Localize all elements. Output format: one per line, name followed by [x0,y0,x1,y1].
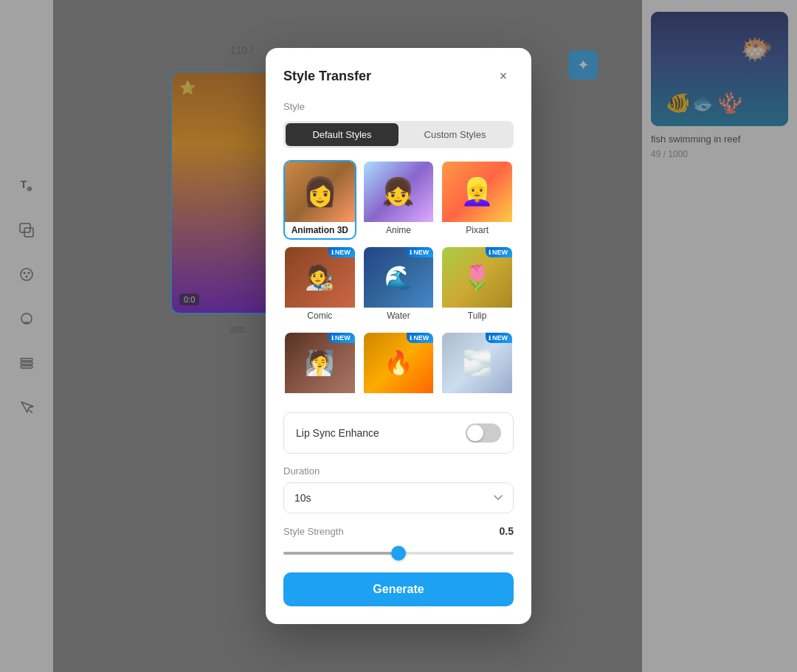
style-item-8[interactable]: 🔥 ℹ NEW [362,331,435,401]
style-section-label: Style [283,101,514,112]
style-item-anime[interactable]: 👧 Anime [362,160,435,240]
style-label-9 [442,393,512,399]
style-thumb-anime: 👧 [364,162,434,222]
lip-sync-toggle[interactable] [466,423,501,443]
style-label-pixart: Pixart [442,222,512,238]
new-badge-water: ℹ NEW [407,247,433,257]
style-label-water: Water [364,308,434,324]
style-label-comic: Comic [285,308,355,324]
duration-select[interactable]: 5s 10s 15s 20s [283,482,514,513]
style-thumb-8: 🔥 ℹ NEW [364,333,434,393]
style-label-8 [364,393,434,399]
modal-backdrop: Style Transfer × Style Default Styles Cu… [0,0,797,672]
tab-default-styles[interactable]: Default Styles [286,123,398,146]
lip-sync-label: Lip Sync Enhance [296,427,379,439]
duration-label: Duration [283,465,514,477]
style-thumb-tulip: 🌷 ℹ NEW [442,247,512,308]
style-label-7 [285,393,355,399]
style-label-tulip: Tulip [442,308,512,324]
style-strength-slider[interactable] [283,552,514,555]
style-item-water[interactable]: 🌊 ℹ NEW Water [362,246,435,325]
style-strength-value: 0.5 [500,525,514,537]
style-thumb-water: 🌊 ℹ NEW [364,247,434,308]
style-item-9[interactable]: 🌫️ ℹ NEW [441,331,514,401]
style-label-anime: Anime [364,222,434,238]
new-badge-tulip: ℹ NEW [486,247,512,257]
style-item-7[interactable]: 🧖 ℹ NEW [283,331,356,401]
new-badge-9: ℹ NEW [486,333,512,343]
style-thumb-comic: 🧑‍🎨 ℹ NEW [285,247,355,308]
new-badge-8: ℹ NEW [407,333,433,343]
style-strength-header: Style Strength 0.5 [283,525,514,537]
slider-container [283,544,514,558]
style-thumb-animation3d: 👩 [285,162,355,222]
generate-button[interactable]: Generate [283,572,514,606]
style-thumb-9: 🌫️ ℹ NEW [442,333,512,393]
style-grid: 👩 Animation 3D 👧 Anime 👱‍♀️ Pixart [283,160,514,401]
lip-sync-row: Lip Sync Enhance [283,412,514,454]
modal-header: Style Transfer × [283,66,514,86]
style-label-animation3d: Animation 3D [285,222,355,238]
style-tabs: Default Styles Custom Styles [283,121,514,148]
style-strength-label: Style Strength [283,526,344,537]
style-thumb-7: 🧖 ℹ NEW [285,333,355,393]
new-badge-7: ℹ NEW [328,333,355,343]
new-badge-comic: ℹ NEW [328,247,355,257]
style-item-tulip[interactable]: 🌷 ℹ NEW Tulip [441,246,514,325]
tab-custom-styles[interactable]: Custom Styles [398,123,511,146]
modal-title: Style Transfer [283,69,371,84]
style-transfer-modal: Style Transfer × Style Default Styles Cu… [266,48,531,624]
style-thumb-pixart: 👱‍♀️ [442,162,512,222]
modal-close-button[interactable]: × [493,66,514,86]
style-item-comic[interactable]: 🧑‍🎨 ℹ NEW Comic [283,246,356,325]
style-item-pixart[interactable]: 👱‍♀️ Pixart [441,160,514,240]
style-item-animation3d[interactable]: 👩 Animation 3D [283,160,356,240]
